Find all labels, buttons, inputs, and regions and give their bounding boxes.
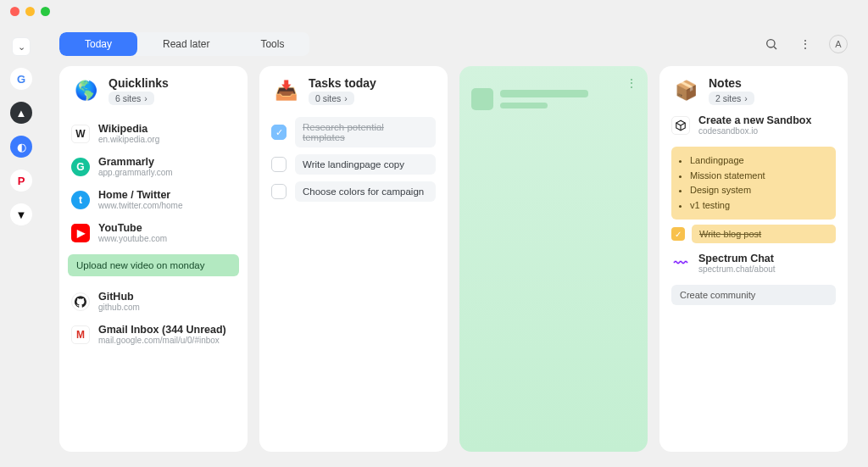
note-bullet: Mission statement — [690, 169, 827, 184]
rail-pinterest-icon[interactable]: P — [10, 170, 32, 192]
note-done-task[interactable]: ✓ Write blog post — [671, 225, 836, 243]
view-segment: Today Read later Tools — [59, 32, 309, 56]
notes-badge[interactable]: 2 sites› — [709, 92, 754, 105]
window-traffic-lights — [10, 7, 50, 16]
svg-line-1 — [774, 47, 776, 49]
quicklinks-badge[interactable]: 6 sites› — [108, 92, 154, 105]
checkbox-checked-icon[interactable]: ✓ — [271, 125, 287, 140]
task-row[interactable]: Write landingpage copy — [271, 154, 436, 175]
column-menu-icon[interactable]: ⋮ — [626, 76, 637, 90]
note-yellow-card[interactable]: Landingpage Mission statement Design sys… — [671, 147, 836, 220]
svg-point-0 — [767, 40, 775, 47]
task-row[interactable]: ✓ Research potential templates — [271, 117, 436, 147]
task-label: Research potential templates — [295, 117, 436, 147]
chevron-right-icon: › — [744, 93, 748, 103]
search-icon[interactable] — [761, 34, 782, 54]
rail-google-icon[interactable]: G — [10, 68, 32, 90]
note-link-spectrum[interactable]: 〰 Spectrum Chatspectrum.chat/about — [659, 247, 848, 280]
codesandbox-icon — [671, 116, 690, 135]
tab-tools[interactable]: Tools — [235, 32, 309, 56]
package-icon: 📦 — [671, 76, 700, 105]
topbar: Today Read later Tools ⋮ A — [59, 31, 848, 58]
minimize-window-icon[interactable] — [25, 7, 35, 16]
inbox-icon: 📥 — [271, 76, 300, 105]
quicklink-item[interactable]: t Home / Twitterwww.twitter.com/home — [59, 183, 248, 216]
column-tasks: 📥 Tasks today 0 sites› ✓ Research potent… — [259, 66, 448, 452]
maximize-window-icon[interactable] — [41, 7, 50, 16]
quicklink-item[interactable]: G Grammarlyapp.grammarly.com — [59, 150, 248, 183]
rail-notifications-icon[interactable]: ▲ — [10, 102, 32, 124]
tab-today[interactable]: Today — [59, 32, 137, 56]
note-grey-card[interactable]: Create community — [671, 285, 836, 305]
globe-icon: 🌎 — [71, 76, 100, 105]
column-quicklinks: 🌎 Quicklinks 6 sites› W Wikipediaen.wiki… — [59, 66, 248, 452]
more-menu-icon[interactable]: ⋮ — [795, 34, 815, 54]
sidebar-toggle-button[interactable]: ⌄ — [12, 37, 31, 56]
task-label: Write landingpage copy — [295, 154, 436, 175]
tasks-title: Tasks today — [309, 76, 376, 90]
quicklinks-callout[interactable]: Upload new video on monday — [68, 254, 239, 276]
github-icon — [71, 292, 90, 311]
note-bullet: Design system — [690, 183, 827, 198]
left-rail: G ▲ ◐ P ▼ — [10, 68, 32, 225]
task-row[interactable]: Choose colors for campaign — [271, 181, 436, 202]
quicklink-item[interactable]: W Wikipediaen.wikipedia.org — [59, 117, 248, 150]
quicklink-item[interactable]: ▶ YouTubewww.youtube.com — [59, 216, 248, 249]
notes-title: Notes — [709, 76, 754, 90]
tasks-badge[interactable]: 0 sites› — [309, 92, 354, 105]
checkbox-icon[interactable] — [271, 157, 287, 172]
checkbox-icon[interactable] — [271, 184, 287, 199]
column-notes: 📦 Notes 2 sites› Create a new Sandboxcod… — [659, 66, 848, 452]
quicklinks-title: Quicklinks — [108, 76, 169, 90]
quicklink-item[interactable]: GitHubgithub.com — [59, 285, 248, 318]
grammarly-icon: G — [71, 158, 90, 176]
rail-framer-icon[interactable]: ▼ — [10, 203, 32, 225]
close-window-icon[interactable] — [10, 7, 19, 16]
gmail-icon: M — [71, 325, 90, 344]
youtube-icon: ▶ — [71, 224, 90, 242]
chevron-right-icon: › — [344, 93, 348, 103]
app-window: ⌄ G ▲ ◐ P ▼ Today Read later Tools ⋮ A 🌎 — [0, 0, 868, 467]
board: 🌎 Quicklinks 6 sites› W Wikipediaen.wiki… — [59, 66, 848, 452]
chevron-down-icon: ⌄ — [18, 42, 25, 53]
chevron-right-icon: › — [144, 93, 147, 103]
tab-read-later[interactable]: Read later — [137, 32, 235, 56]
note-bullet: Landingpage — [690, 153, 827, 169]
wikipedia-icon: W — [71, 125, 90, 143]
task-label: Choose colors for campaign — [295, 181, 436, 202]
placeholder-skeleton — [459, 76, 648, 114]
note-bullet: v1 testing — [690, 198, 827, 214]
quicklink-item[interactable]: M Gmail Inbox (344 Unread)mail.google.co… — [59, 318, 248, 351]
rail-compass-icon[interactable]: ◐ — [10, 136, 32, 158]
spectrum-icon: 〰 — [671, 254, 690, 273]
twitter-icon: t — [71, 191, 90, 209]
column-drop-placeholder[interactable]: ⋮ — [459, 66, 648, 452]
note-link-sandbox[interactable]: Create a new Sandboxcodesandbox.io — [659, 108, 848, 142]
checkbox-checked-icon[interactable]: ✓ — [671, 227, 685, 241]
note-done-label: Write blog post — [692, 225, 836, 243]
avatar[interactable]: A — [829, 35, 848, 53]
